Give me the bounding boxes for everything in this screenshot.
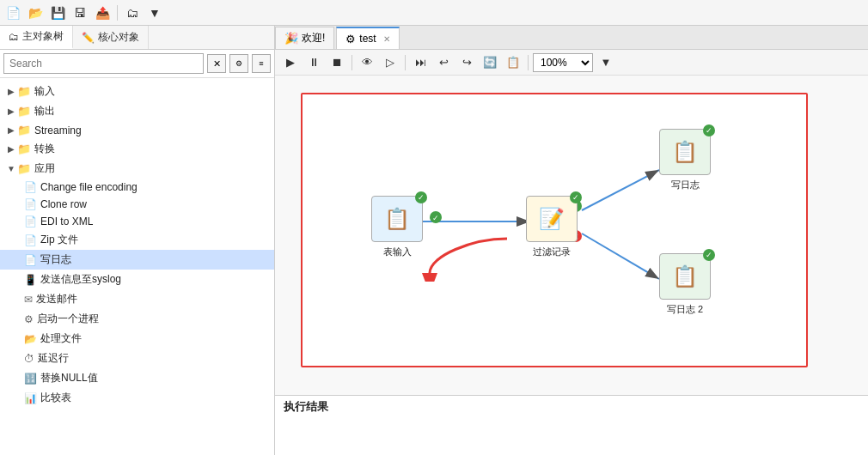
tree-arrow-transform: ▶ [5, 144, 17, 154]
tree-item-apply[interactable]: ▼ 📁 应用 [0, 159, 274, 179]
zoom-dropdown-icon[interactable]: ▼ [596, 53, 616, 72]
export-icon[interactable]: 📤 [93, 3, 112, 22]
tree-item-input[interactable]: ▶ 📁 输入 [0, 82, 274, 101]
tab-test[interactable]: ⚙ test ✕ [336, 27, 399, 49]
toolbar-separator [117, 5, 118, 21]
pause-button[interactable]: ⏸ [303, 53, 324, 72]
file-icon-clone-row: 📄 [24, 198, 37, 210]
test-tab-close[interactable]: ✕ [383, 34, 390, 44]
tree-item-start-process[interactable]: ⚙ 启动一个进程 [0, 309, 274, 329]
tree-item-transform[interactable]: ▶ 📁 转换 [0, 139, 274, 159]
toolbar-sep-2 [405, 55, 406, 70]
zoom-select[interactable]: 100% 50% 75% 125% 150% [533, 53, 593, 72]
main-container: 🗂 主对象树 ✏️ 核心对象 ✕ ⚙ ≡ ▶ 📁 输入 ▶ � [0, 26, 868, 455]
node-filter-records[interactable]: 📝 ✓ 过滤记录 [526, 196, 578, 258]
write-log-2-label: 写日志 2 [667, 303, 703, 316]
file-icon-compare-table: 📊 [24, 392, 37, 404]
write-log-1-label: 写日志 [671, 179, 700, 191]
tree-item-change-encoding[interactable]: 📄 Change file encoding [0, 179, 274, 196]
folder-icon-streaming: 📁 [17, 124, 31, 136]
tree-item-send-mail[interactable]: ✉ 发送邮件 [0, 289, 274, 309]
tree-label-output: 输出 [34, 104, 55, 118]
tree-item-send-syslog[interactable]: 📱 发送信息至syslog [0, 270, 274, 289]
file-icon-replace-null: 🔢 [24, 373, 37, 385]
tree-label-process-file: 处理文件 [40, 331, 82, 346]
right-panel: 🎉 欢迎! ⚙ test ✕ ▶ ⏸ ⏹ 👁 ▷ ⏭ ↩ ↪ 🔄 📋 [275, 26, 868, 455]
tree-label-delay-row: 延迟行 [38, 351, 69, 366]
main-tree-icon: 🗂 [9, 31, 19, 43]
execution-results-title: 执行结果 [284, 399, 859, 415]
undo-button[interactable]: ↩ [433, 53, 454, 72]
file-icon-send-syslog: 📱 [24, 274, 37, 286]
saveall-icon[interactable]: 🖫 [70, 3, 89, 22]
open-icon[interactable]: 📂 [26, 3, 45, 22]
tree-label-apply: 应用 [34, 161, 55, 176]
tree-label-zip: Zip 文件 [40, 233, 78, 247]
copy-button[interactable]: 📋 [503, 53, 523, 72]
tree-item-edi-xml[interactable]: 📄 EDI to XML [0, 213, 274, 230]
step-run-button[interactable]: ▷ [380, 53, 400, 72]
tree-item-delay-row[interactable]: ⏱ 延迟行 [0, 349, 274, 368]
skip-button[interactable]: ⏭ [410, 53, 431, 72]
folder-icon-apply: 📁 [17, 162, 31, 175]
bottom-panel: 执行结果 [275, 395, 868, 455]
stop-button[interactable]: ⏹ [327, 53, 347, 72]
tree-label-edi-xml: EDI to XML [40, 215, 93, 228]
tree-container: ▶ 📁 输入 ▶ 📁 输出 ▶ 📁 Streaming ▶ 📁 转换 [0, 78, 274, 455]
refresh-button[interactable]: 🔄 [480, 53, 500, 72]
editor-toolbar: ▶ ⏸ ⏹ 👁 ▷ ⏭ ↩ ↪ 🔄 📋 100% 50% 75% 125% 15… [275, 50, 868, 76]
toolbar-sep-3 [528, 55, 529, 70]
layers-icon[interactable]: 🗂 [123, 3, 142, 22]
tree-item-zip[interactable]: 📄 Zip 文件 [0, 230, 274, 250]
file-icon-edi-xml: 📄 [24, 215, 37, 228]
tree-item-output[interactable]: ▶ 📁 输出 [0, 101, 274, 121]
main-tree-label: 主对象树 [22, 29, 64, 44]
tree-label-clone-row: Clone row [40, 198, 87, 210]
tree-arrow-output: ▶ [5, 106, 17, 116]
search-input[interactable] [3, 53, 204, 74]
tree-item-process-file[interactable]: 📂 处理文件 [0, 329, 274, 349]
tree-label-input: 输入 [34, 84, 55, 99]
preview-button[interactable]: 👁 [357, 53, 377, 72]
tree-label-transform: 转换 [34, 142, 55, 156]
tree-item-clone-row[interactable]: 📄 Clone row [0, 196, 274, 213]
folder-icon-transform: 📁 [17, 143, 31, 155]
write-log-2-status: ✓ [703, 249, 715, 261]
write-log-1-status: ✓ [703, 124, 715, 136]
svg-text:✓: ✓ [432, 214, 439, 222]
save-icon[interactable]: 💾 [48, 3, 67, 22]
tree-item-compare-table[interactable]: 📊 比较表 [0, 388, 274, 408]
node-box-filter-records: 📝 ✓ [526, 196, 578, 242]
table-input-status: ✓ [415, 191, 427, 203]
tree-label-compare-table: 比较表 [40, 391, 71, 405]
file-icon-process-file: 📂 [24, 333, 37, 345]
search-clear-btn[interactable]: ✕ [207, 54, 226, 73]
node-box-write-log-1: 📋 ✓ [659, 129, 711, 175]
tree-item-replace-null[interactable]: 🔢 替换NULL值 [0, 368, 274, 388]
new-icon[interactable]: 📄 [3, 3, 22, 22]
search-bar: ✕ ⚙ ≡ [0, 50, 274, 78]
tab-core-objects[interactable]: ✏️ 核心对象 [73, 26, 149, 49]
dropdown-icon[interactable]: ▼ [145, 3, 164, 22]
tree-label-send-syslog: 发送信息至syslog [40, 272, 121, 287]
node-write-log-1[interactable]: 📋 ✓ 写日志 [659, 129, 711, 191]
tab-main-tree[interactable]: 🗂 主对象树 [0, 26, 73, 49]
redo-button[interactable]: ↪ [456, 53, 477, 72]
tree-label-send-mail: 发送邮件 [36, 292, 77, 306]
tree-label-replace-null: 替换NULL值 [40, 371, 98, 385]
table-input-label: 表输入 [383, 246, 412, 258]
file-icon-start-process: ⚙ [24, 313, 34, 325]
tree-item-streaming[interactable]: ▶ 📁 Streaming [0, 121, 274, 139]
canvas-area[interactable]: ✓ ✓ ✕ 📋 ✓ 表输入 [275, 76, 868, 395]
toolbar-sep-1 [351, 55, 352, 70]
search-options-btn[interactable]: ⚙ [229, 54, 248, 73]
node-table-input[interactable]: 📋 ✓ 表输入 [371, 196, 423, 258]
table-input-icon: 📋 [384, 207, 410, 231]
tab-welcome[interactable]: 🎉 欢迎! [275, 27, 334, 49]
run-button[interactable]: ▶ [280, 53, 301, 72]
node-write-log-2[interactable]: 📋 ✓ 写日志 2 [659, 253, 711, 316]
editor-tabs: 🎉 欢迎! ⚙ test ✕ [275, 26, 868, 50]
tree-item-write-log[interactable]: 📄 写日志 [0, 250, 274, 270]
file-icon-send-mail: ✉ [24, 294, 33, 306]
search-collapse-btn[interactable]: ≡ [252, 54, 271, 73]
